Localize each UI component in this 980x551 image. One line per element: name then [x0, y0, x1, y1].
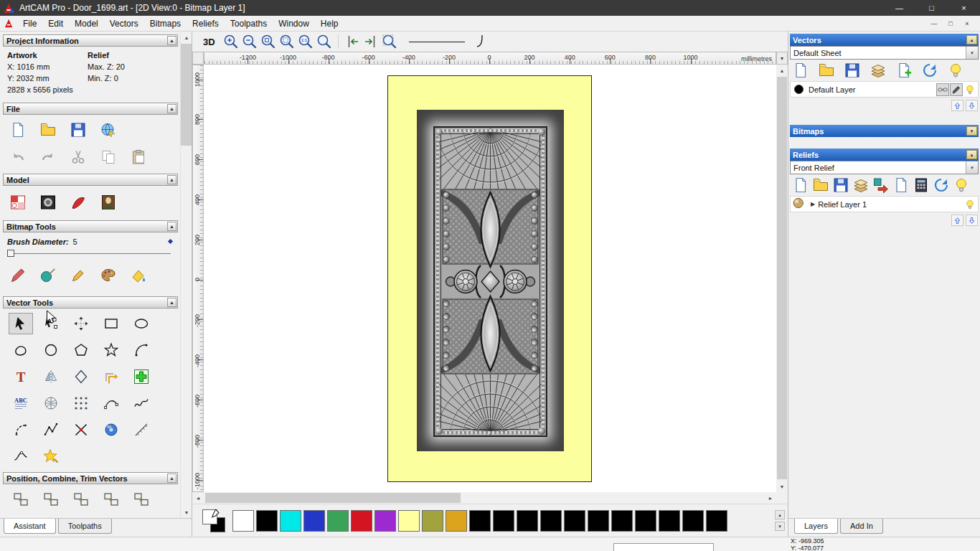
palette-colour-0[interactable] [232, 510, 254, 532]
palette-down-icon[interactable]: ▼ [775, 522, 785, 531]
drawing-canvas[interactable] [204, 65, 776, 492]
bitmap-tools-header[interactable]: Bitmap Tools ▲ [3, 220, 178, 232]
file-header[interactable]: File ▲ [3, 103, 178, 115]
snap-chain-icon[interactable] [936, 83, 949, 96]
align-bottom-icon[interactable] [99, 489, 123, 510]
scrollbar-thumb[interactable] [777, 77, 787, 479]
ruler-origin-corner[interactable] [192, 52, 204, 65]
bezier-tool-icon[interactable] [99, 392, 123, 414]
scroll-up-icon[interactable]: ▲ [181, 32, 192, 43]
scroll-right-icon[interactable]: ► [765, 492, 776, 504]
scroll-down-icon[interactable]: ▼ [776, 481, 788, 492]
slider-handle[interactable] [7, 250, 14, 257]
new-sheet-icon[interactable] [895, 62, 913, 79]
expand-icon[interactable]: ▶ [811, 201, 815, 207]
collapse-section-icon[interactable]: ▲ [167, 175, 176, 184]
canvas-horizontal-scrollbar[interactable]: ◄ ► [192, 492, 776, 504]
collapse-reliefs-icon[interactable]: ▲ [966, 150, 977, 159]
brush-spin-icon[interactable] [168, 239, 173, 244]
pan-right-icon[interactable] [362, 33, 380, 50]
arc-tool-icon[interactable] [129, 339, 154, 361]
duplicate-relief-icon[interactable] [892, 176, 910, 194]
combine-subtract-icon[interactable] [39, 515, 63, 519]
dropdown-arrow-icon[interactable]: ▼ [966, 161, 978, 174]
menu-file[interactable]: File [17, 17, 42, 31]
load-image-icon[interactable] [98, 192, 119, 212]
align-centre-icon[interactable] [39, 489, 63, 510]
collapse-vectors-icon[interactable]: ▲ [966, 35, 977, 44]
project-information-header[interactable]: Project Information ▲ [3, 34, 178, 47]
ruler-unit-menu-icon[interactable]: ▼ [776, 52, 788, 65]
layer-colour-swatch[interactable] [794, 85, 804, 94]
reliefs-section-header[interactable]: Reliefs ▲ [790, 149, 979, 161]
palette-colour-4[interactable] [327, 510, 349, 532]
text-block-icon[interactable]: ABC [9, 392, 33, 414]
scroll-up-icon[interactable]: ▲ [776, 65, 788, 76]
text-tool-icon[interactable]: T [9, 366, 33, 387]
zoom-window-icon[interactable] [380, 33, 399, 50]
vector-layer-row[interactable]: Default Layer [790, 81, 979, 98]
menu-edit[interactable]: Edit [42, 17, 69, 31]
align-left-icon[interactable] [9, 489, 33, 510]
draw-icon[interactable] [67, 265, 89, 286]
menu-toolpaths[interactable]: Toolpaths [225, 17, 273, 31]
primary-colour-swatch[interactable] [202, 509, 217, 524]
palette-colour-2[interactable] [280, 510, 301, 532]
assistant-scrollbar[interactable]: ▲ ▼ [180, 32, 192, 518]
model-header[interactable]: Model ▲ [3, 174, 178, 186]
palette-colour-6[interactable] [374, 510, 396, 532]
move-down-icon[interactable] [966, 100, 978, 111]
polygon-tool-icon[interactable] [69, 339, 93, 361]
zoom-extents-icon[interactable] [259, 33, 278, 50]
primary-secondary-colour[interactable] [202, 509, 227, 532]
merge-relief-layers-icon[interactable] [852, 176, 870, 194]
adjust-model-icon[interactable] [7, 192, 29, 212]
paint-selective-icon[interactable] [37, 265, 59, 286]
model-artwork[interactable] [387, 75, 592, 482]
line-width-preview[interactable] [409, 42, 465, 42]
cut-icon[interactable] [67, 147, 89, 167]
mirror-tool-icon[interactable] [39, 366, 63, 387]
zoom-scale-icon[interactable]: 1:1 [296, 33, 315, 50]
transfer-relief-icon[interactable] [872, 176, 890, 194]
scrollbar-thumb[interactable] [181, 44, 192, 146]
palette-colour-20[interactable] [706, 510, 727, 532]
assistant-tab-assistant[interactable]: Assistant [4, 519, 56, 534]
palette-colour-19[interactable] [682, 510, 704, 532]
edit-colour-icon[interactable] [950, 83, 963, 96]
menu-bitmaps[interactable]: Bitmaps [144, 17, 187, 31]
offset-tool-icon[interactable] [99, 366, 123, 387]
move-down-icon[interactable] [966, 215, 978, 226]
mdi-restore-button[interactable]: □ [943, 17, 958, 29]
palette-colour-11[interactable] [493, 510, 514, 532]
mdi-minimize-button[interactable]: — [927, 17, 941, 29]
pan-left-icon[interactable] [343, 33, 362, 50]
nesting-icon[interactable]: Nes [129, 515, 154, 519]
greyscale-model-icon[interactable] [37, 192, 59, 212]
menu-vectors[interactable]: Vectors [104, 17, 144, 31]
palette-colour-8[interactable] [422, 510, 443, 532]
zoom-out-icon[interactable] [240, 33, 259, 50]
new-model-icon[interactable] [7, 120, 29, 140]
brush-diameter-slider[interactable] [7, 248, 171, 259]
vectors-section-header[interactable]: Vectors ▲ [790, 34, 979, 46]
light-material-icon[interactable] [67, 192, 89, 212]
palette-colour-7[interactable] [398, 510, 420, 532]
palette-colour-14[interactable] [564, 510, 585, 532]
collapse-section-icon[interactable]: ▲ [167, 104, 176, 113]
trim-vectors-icon[interactable] [69, 419, 93, 441]
palette-colour-18[interactable] [659, 510, 680, 532]
zoom-box-icon[interactable] [278, 33, 296, 50]
toggle-all-vectors-icon[interactable] [946, 62, 965, 79]
save-relief-layer-icon[interactable] [831, 176, 850, 194]
curve-fit-icon[interactable] [129, 392, 154, 414]
redo-icon[interactable] [37, 147, 59, 167]
open-model-icon[interactable] [37, 120, 59, 140]
palette-colour-16[interactable] [611, 510, 633, 532]
layers-tab-layers[interactable]: Layers [794, 519, 838, 534]
relief-selector[interactable]: Front Relief ▼ [790, 161, 979, 174]
move-up-icon[interactable] [951, 100, 963, 111]
arc-segment-icon[interactable] [9, 419, 33, 441]
minimize-button[interactable]: — [883, 0, 915, 16]
circle-tool-icon[interactable] [39, 339, 63, 361]
